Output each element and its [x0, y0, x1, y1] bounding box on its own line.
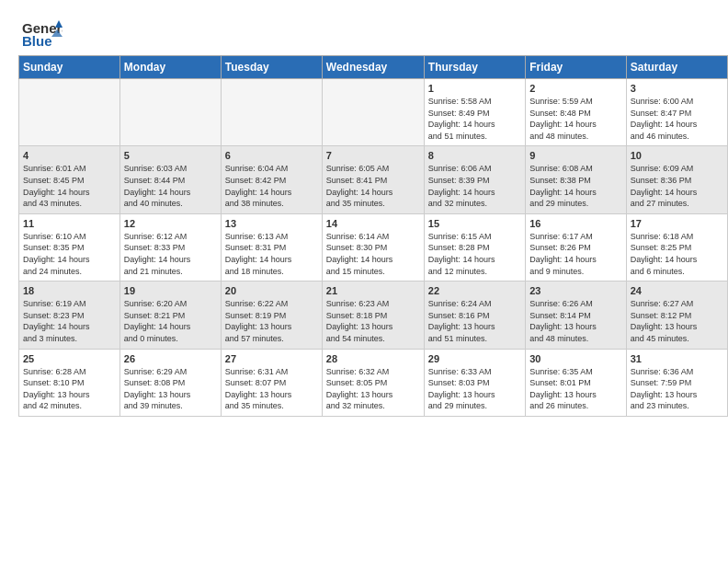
day-info: Sunrise: 6:20 AM Sunset: 8:21 PM Dayligh… — [124, 298, 217, 344]
calendar-week-row: 4Sunrise: 6:01 AM Sunset: 8:45 PM Daylig… — [19, 146, 728, 213]
logo: General Blue — [22, 17, 63, 48]
calendar-cell: 31Sunrise: 6:36 AM Sunset: 7:59 PM Dayli… — [626, 349, 727, 416]
day-info: Sunrise: 6:27 AM Sunset: 8:12 PM Dayligh… — [631, 298, 723, 344]
calendar-cell — [19, 79, 120, 146]
day-info: Sunrise: 6:22 AM Sunset: 8:19 PM Dayligh… — [225, 298, 318, 344]
day-number: 15 — [428, 218, 521, 229]
day-number: 31 — [631, 353, 723, 364]
day-number: 28 — [326, 353, 420, 364]
calendar-cell: 24Sunrise: 6:27 AM Sunset: 8:12 PM Dayli… — [626, 282, 727, 349]
day-info: Sunrise: 5:58 AM Sunset: 8:49 PM Dayligh… — [428, 96, 521, 142]
logo-icon: General Blue — [22, 17, 63, 48]
calendar-cell: 4Sunrise: 6:01 AM Sunset: 8:45 PM Daylig… — [19, 146, 120, 213]
day-info: Sunrise: 6:14 AM Sunset: 8:30 PM Dayligh… — [326, 231, 420, 277]
day-info: Sunrise: 6:33 AM Sunset: 8:03 PM Dayligh… — [428, 366, 521, 412]
day-number: 19 — [124, 285, 217, 296]
calendar-cell: 3Sunrise: 6:00 AM Sunset: 8:47 PM Daylig… — [626, 79, 727, 146]
day-info: Sunrise: 6:29 AM Sunset: 8:08 PM Dayligh… — [124, 366, 217, 412]
day-info: Sunrise: 6:28 AM Sunset: 8:10 PM Dayligh… — [23, 366, 116, 412]
calendar-cell: 16Sunrise: 6:17 AM Sunset: 8:26 PM Dayli… — [526, 213, 626, 281]
calendar-cell: 13Sunrise: 6:13 AM Sunset: 8:31 PM Dayli… — [221, 213, 322, 281]
day-number: 14 — [326, 218, 420, 229]
day-number: 11 — [23, 218, 116, 229]
calendar-week-row: 18Sunrise: 6:19 AM Sunset: 8:23 PM Dayli… — [19, 282, 728, 349]
day-header-wednesday: Wednesday — [322, 56, 424, 79]
day-info: Sunrise: 6:05 AM Sunset: 8:41 PM Dayligh… — [326, 163, 420, 209]
day-info: Sunrise: 6:12 AM Sunset: 8:33 PM Dayligh… — [124, 231, 217, 277]
calendar-cell: 17Sunrise: 6:18 AM Sunset: 8:25 PM Dayli… — [626, 213, 727, 281]
day-info: Sunrise: 6:09 AM Sunset: 8:36 PM Dayligh… — [631, 163, 723, 209]
calendar-cell: 26Sunrise: 6:29 AM Sunset: 8:08 PM Dayli… — [119, 349, 221, 416]
calendar-week-row: 11Sunrise: 6:10 AM Sunset: 8:35 PM Dayli… — [19, 213, 728, 281]
day-number: 23 — [529, 285, 621, 296]
svg-text:Blue: Blue — [22, 33, 52, 48]
day-info: Sunrise: 6:10 AM Sunset: 8:35 PM Dayligh… — [23, 231, 116, 277]
day-info: Sunrise: 6:08 AM Sunset: 8:38 PM Dayligh… — [529, 163, 621, 209]
day-number: 29 — [428, 353, 521, 364]
day-info: Sunrise: 6:32 AM Sunset: 8:05 PM Dayligh… — [326, 366, 420, 412]
day-number: 6 — [225, 150, 318, 161]
calendar-cell: 2Sunrise: 5:59 AM Sunset: 8:48 PM Daylig… — [526, 79, 626, 146]
day-info: Sunrise: 6:19 AM Sunset: 8:23 PM Dayligh… — [23, 298, 116, 344]
calendar-cell: 29Sunrise: 6:33 AM Sunset: 8:03 PM Dayli… — [424, 349, 525, 416]
calendar-cell: 28Sunrise: 6:32 AM Sunset: 8:05 PM Dayli… — [322, 349, 424, 416]
calendar-cell: 12Sunrise: 6:12 AM Sunset: 8:33 PM Dayli… — [119, 213, 221, 281]
calendar-cell: 30Sunrise: 6:35 AM Sunset: 8:01 PM Dayli… — [526, 349, 626, 416]
day-info: Sunrise: 6:15 AM Sunset: 8:28 PM Dayligh… — [428, 231, 521, 277]
calendar-cell: 1Sunrise: 5:58 AM Sunset: 8:49 PM Daylig… — [424, 79, 525, 146]
calendar-cell: 6Sunrise: 6:04 AM Sunset: 8:42 PM Daylig… — [221, 146, 322, 213]
day-info: Sunrise: 6:06 AM Sunset: 8:39 PM Dayligh… — [428, 163, 521, 209]
calendar-cell: 11Sunrise: 6:10 AM Sunset: 8:35 PM Dayli… — [19, 213, 120, 281]
day-info: Sunrise: 6:23 AM Sunset: 8:18 PM Dayligh… — [326, 298, 420, 344]
day-number: 16 — [529, 218, 621, 229]
calendar-cell: 10Sunrise: 6:09 AM Sunset: 8:36 PM Dayli… — [626, 146, 727, 213]
calendar-cell: 9Sunrise: 6:08 AM Sunset: 8:38 PM Daylig… — [526, 146, 626, 213]
day-number: 21 — [326, 285, 420, 296]
day-info: Sunrise: 6:36 AM Sunset: 7:59 PM Dayligh… — [631, 366, 723, 412]
calendar-cell — [221, 79, 322, 146]
day-number: 8 — [428, 150, 521, 161]
calendar-cell: 25Sunrise: 6:28 AM Sunset: 8:10 PM Dayli… — [19, 349, 120, 416]
day-number: 2 — [529, 83, 621, 94]
calendar-cell: 7Sunrise: 6:05 AM Sunset: 8:41 PM Daylig… — [322, 146, 424, 213]
calendar-week-row: 1Sunrise: 5:58 AM Sunset: 8:49 PM Daylig… — [19, 79, 728, 146]
day-info: Sunrise: 6:13 AM Sunset: 8:31 PM Dayligh… — [225, 231, 318, 277]
calendar-cell: 8Sunrise: 6:06 AM Sunset: 8:39 PM Daylig… — [424, 146, 525, 213]
page-header: General Blue — [0, 0, 728, 55]
day-info: Sunrise: 6:24 AM Sunset: 8:16 PM Dayligh… — [428, 298, 521, 344]
calendar-cell: 27Sunrise: 6:31 AM Sunset: 8:07 PM Dayli… — [221, 349, 322, 416]
calendar-week-row: 25Sunrise: 6:28 AM Sunset: 8:10 PM Dayli… — [19, 349, 728, 416]
day-info: Sunrise: 5:59 AM Sunset: 8:48 PM Dayligh… — [529, 96, 621, 142]
day-number: 9 — [529, 150, 621, 161]
days-header-row: SundayMondayTuesdayWednesdayThursdayFrid… — [19, 56, 728, 79]
day-header-friday: Friday — [526, 56, 626, 79]
day-number: 5 — [124, 150, 217, 161]
day-number: 25 — [23, 353, 116, 364]
day-number: 12 — [124, 218, 217, 229]
calendar-cell: 18Sunrise: 6:19 AM Sunset: 8:23 PM Dayli… — [19, 282, 120, 349]
day-number: 3 — [631, 83, 723, 94]
day-number: 17 — [631, 218, 723, 229]
day-info: Sunrise: 6:00 AM Sunset: 8:47 PM Dayligh… — [631, 96, 723, 142]
day-number: 1 — [428, 83, 521, 94]
day-number: 30 — [529, 353, 621, 364]
day-number: 7 — [326, 150, 420, 161]
calendar-wrapper: SundayMondayTuesdayWednesdayThursdayFrid… — [0, 55, 728, 424]
day-header-saturday: Saturday — [626, 56, 727, 79]
day-header-monday: Monday — [119, 56, 221, 79]
day-info: Sunrise: 6:03 AM Sunset: 8:44 PM Dayligh… — [124, 163, 217, 209]
day-number: 27 — [225, 353, 318, 364]
calendar-cell: 21Sunrise: 6:23 AM Sunset: 8:18 PM Dayli… — [322, 282, 424, 349]
day-number: 18 — [23, 285, 116, 296]
calendar-cell: 20Sunrise: 6:22 AM Sunset: 8:19 PM Dayli… — [221, 282, 322, 349]
day-number: 22 — [428, 285, 521, 296]
day-info: Sunrise: 6:04 AM Sunset: 8:42 PM Dayligh… — [225, 163, 318, 209]
day-info: Sunrise: 6:31 AM Sunset: 8:07 PM Dayligh… — [225, 366, 318, 412]
day-number: 26 — [124, 353, 217, 364]
calendar-cell: 14Sunrise: 6:14 AM Sunset: 8:30 PM Dayli… — [322, 213, 424, 281]
calendar-table: SundayMondayTuesdayWednesdayThursdayFrid… — [18, 55, 728, 417]
day-header-tuesday: Tuesday — [221, 56, 322, 79]
day-number: 13 — [225, 218, 318, 229]
day-info: Sunrise: 6:01 AM Sunset: 8:45 PM Dayligh… — [23, 163, 116, 209]
calendar-cell: 23Sunrise: 6:26 AM Sunset: 8:14 PM Dayli… — [526, 282, 626, 349]
